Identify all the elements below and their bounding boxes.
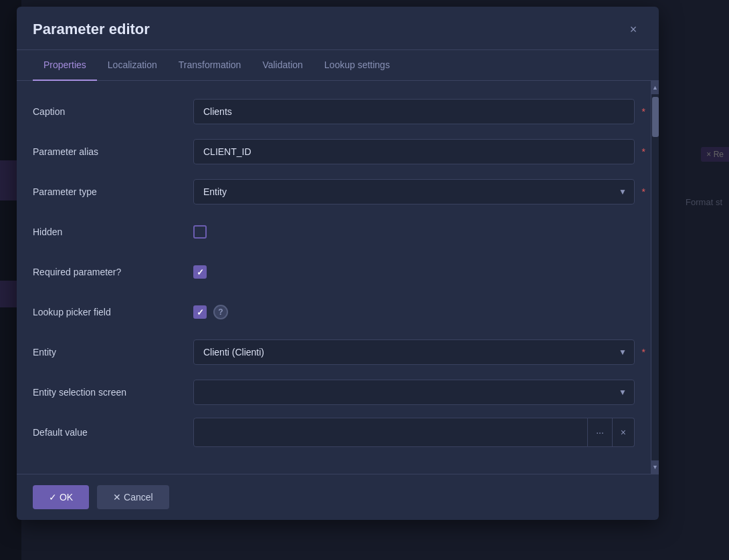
tab-lookup-settings[interactable]: Lookup settings <box>314 50 401 81</box>
tab-validation[interactable]: Validation <box>251 50 313 81</box>
default-value-input[interactable] <box>193 418 588 447</box>
entity-selection-screen-select[interactable] <box>193 380 635 405</box>
modal-footer: ✓ OK ✕ Cancel <box>17 474 659 520</box>
parameter-alias-required: * <box>642 146 645 157</box>
entity-selection-screen-row: Entity selection screen ▼ <box>33 378 635 407</box>
caption-required: * <box>642 106 645 117</box>
required-parameter-checkbox-wrapper <box>193 265 207 279</box>
hidden-label: Hidden <box>33 227 193 237</box>
lookup-picker-label: Lookup picker field <box>33 307 193 317</box>
caption-row: Caption * <box>33 97 635 126</box>
modal-body: Caption * Parameter alias * Pa <box>17 81 659 474</box>
default-value-field-wrapper: ··· × <box>193 418 635 447</box>
ok-button[interactable]: ✓ OK <box>33 485 89 509</box>
tab-transformation[interactable]: Transformation <box>168 50 252 81</box>
modal-overlay: Parameter editor × Properties Localizati… <box>0 0 729 560</box>
parameter-type-select-wrapper: Entity String Integer Boolean Date ▼ * <box>193 179 635 204</box>
entity-required: * <box>642 347 645 358</box>
parameter-type-select[interactable]: Entity String Integer Boolean Date <box>193 179 635 204</box>
parameter-editor-modal: Parameter editor × Properties Localizati… <box>17 7 659 520</box>
parameter-alias-field-wrapper: * <box>193 139 635 164</box>
scrollbar-track: ▲ ▼ <box>651 81 659 474</box>
default-value-clear-button[interactable]: × <box>613 418 635 447</box>
default-value-label: Default value <box>33 427 193 438</box>
cancel-button[interactable]: ✕ Cancel <box>97 485 169 509</box>
parameter-alias-label: Parameter alias <box>33 146 193 157</box>
lookup-picker-checkbox-wrapper: ? <box>193 305 228 319</box>
lookup-picker-help-icon[interactable]: ? <box>213 305 228 319</box>
lookup-picker-row: Lookup picker field ? <box>33 297 635 327</box>
caption-label: Caption <box>33 106 193 117</box>
default-value-row: Default value ··· × <box>33 418 635 447</box>
parameter-alias-input[interactable] <box>193 139 635 164</box>
parameter-type-required: * <box>642 186 645 197</box>
parameter-type-label: Parameter type <box>33 186 193 197</box>
hidden-checkbox-wrapper <box>193 225 207 239</box>
required-parameter-checkbox[interactable] <box>193 265 207 279</box>
entity-select-wrapper: Clienti (Clienti) ▼ * <box>193 339 635 365</box>
parameter-alias-row: Parameter alias * <box>33 137 635 166</box>
scrollbar-down-button[interactable]: ▼ <box>651 460 659 474</box>
modal-header: Parameter editor × <box>17 7 659 50</box>
entity-row: Entity Clienti (Clienti) ▼ * <box>33 337 635 367</box>
lookup-picker-checkbox[interactable] <box>193 305 207 319</box>
tab-localization[interactable]: Localization <box>97 50 168 81</box>
caption-input[interactable] <box>193 99 635 124</box>
entity-select[interactable]: Clienti (Clienti) <box>193 339 635 365</box>
scrollbar-up-button[interactable]: ▲ <box>651 81 659 94</box>
scrollbar-thumb[interactable] <box>652 97 659 137</box>
modal-content: Caption * Parameter alias * Pa <box>17 81 651 474</box>
entity-selection-screen-label: Entity selection screen <box>33 387 193 398</box>
entity-selection-screen-wrapper: ▼ <box>193 380 635 405</box>
tabs-bar: Properties Localization Transformation V… <box>17 50 659 81</box>
tab-properties[interactable]: Properties <box>33 50 97 81</box>
required-parameter-label: Required parameter? <box>33 267 193 277</box>
modal-close-button[interactable]: × <box>624 20 643 39</box>
required-parameter-row: Required parameter? <box>33 257 635 287</box>
default-value-dots-button[interactable]: ··· <box>588 418 613 447</box>
hidden-checkbox[interactable] <box>193 225 207 239</box>
hidden-row: Hidden <box>33 217 635 247</box>
caption-field-wrapper: * <box>193 99 635 124</box>
parameter-type-row: Parameter type Entity String Integer Boo… <box>33 177 635 206</box>
modal-title: Parameter editor <box>33 21 150 38</box>
entity-label: Entity <box>33 347 193 358</box>
